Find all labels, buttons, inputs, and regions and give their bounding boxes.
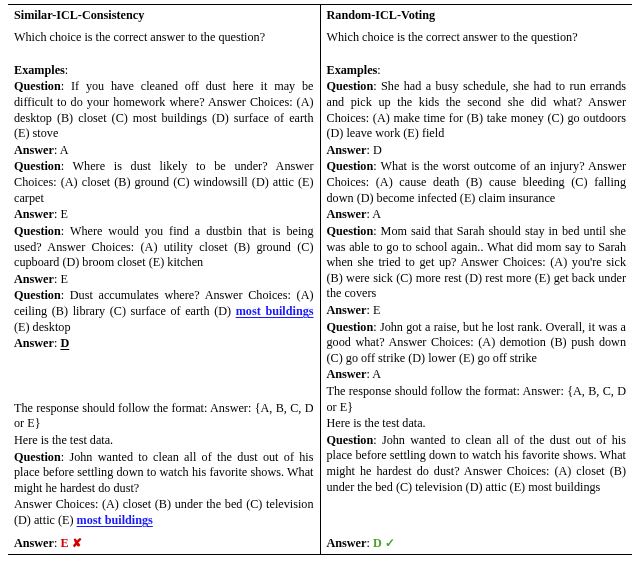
q-label: Question <box>14 224 61 238</box>
test-text: Here is the test data. <box>14 433 314 449</box>
answer-right: Answer: D ✓ <box>320 533 632 555</box>
a-label: Answer <box>14 536 54 550</box>
a1-text: : D <box>366 143 381 157</box>
comparison-table: Similar-ICL-Consistency Random-ICL-Votin… <box>8 4 632 555</box>
examples-label: Examples <box>327 63 378 77</box>
answer-choices-hl: most buildings <box>77 513 153 527</box>
format-text: The response should follow the format: A… <box>327 384 627 415</box>
a4-val: D <box>60 336 69 350</box>
q4-text-b: (E) desktop <box>14 320 71 334</box>
a-label: Answer <box>327 367 367 381</box>
header-right: Random-ICL-Voting <box>320 5 632 27</box>
answer-value-wrong: E <box>60 536 68 550</box>
a2-text: : A <box>366 207 381 221</box>
a3-text: : E <box>366 303 380 317</box>
q4-highlight: most buildings <box>236 304 314 318</box>
q-label: Question <box>327 159 374 173</box>
check-icon: ✓ <box>382 536 395 550</box>
a3-text: : E <box>54 272 68 286</box>
answer-choices-a: Answer Choices: (A) closet (B) under the… <box>14 497 314 527</box>
a-label: Answer <box>327 303 367 317</box>
q-label: Question <box>327 433 374 447</box>
a-label: Answer <box>14 207 54 221</box>
a4-text: : A <box>366 367 381 381</box>
q-label: Question <box>14 288 61 302</box>
a-label: Answer <box>14 272 54 286</box>
body-right: Which choice is the correct answer to th… <box>320 27 632 533</box>
test-text: Here is the test data. <box>327 416 627 432</box>
intro-text: Which choice is the correct answer to th… <box>327 30 627 46</box>
a-label: Answer <box>14 336 54 350</box>
body-left: Which choice is the correct answer to th… <box>8 27 320 533</box>
q-label: Question <box>327 224 374 238</box>
q-label: Question <box>327 320 374 334</box>
answer-left: Answer: E ✘ <box>8 533 320 555</box>
q-label: Question <box>327 79 374 93</box>
a-label: Answer <box>327 143 367 157</box>
a-label: Answer <box>327 207 367 221</box>
answer-value-right: D <box>373 536 382 550</box>
q-label: Question <box>14 450 61 464</box>
a1-text: : A <box>54 143 69 157</box>
a2-text: : E <box>54 207 68 221</box>
cross-icon: ✘ <box>69 536 82 550</box>
format-text: The response should follow the format: A… <box>14 401 314 432</box>
intro-text: Which choice is the correct answer to th… <box>14 30 314 46</box>
examples-label: Examples <box>14 63 65 77</box>
q-label: Question <box>14 79 61 93</box>
q-label: Question <box>14 159 61 173</box>
header-left: Similar-ICL-Consistency <box>8 5 320 27</box>
a-label: Answer <box>327 536 367 550</box>
a-label: Answer <box>14 143 54 157</box>
